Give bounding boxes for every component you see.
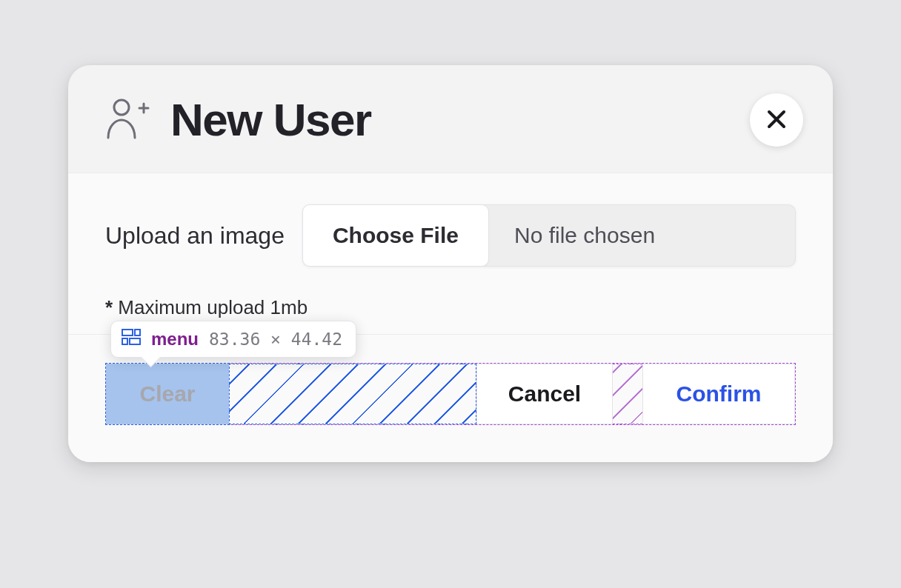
svg-rect-6 xyxy=(135,330,140,335)
dialog-title: New User xyxy=(170,93,371,146)
close-icon xyxy=(767,110,786,131)
tooltip-element-tag: menu xyxy=(151,329,199,350)
dialog-body: Upload an image Choose File No file chos… xyxy=(68,173,833,334)
upload-label: Upload an image xyxy=(105,222,285,250)
devtools-inspector-tooltip: menu 83.36 × 44.42 xyxy=(110,321,356,358)
hint-asterisk: * xyxy=(105,296,113,318)
file-input[interactable]: Choose File No file chosen xyxy=(302,204,796,267)
svg-rect-5 xyxy=(122,330,133,335)
user-plus-icon xyxy=(105,98,150,142)
dialog-header: New User xyxy=(68,65,833,173)
tooltip-dimensions: 83.36 × 44.42 xyxy=(209,330,342,349)
choose-file-button[interactable]: Choose File xyxy=(302,204,489,267)
confirm-button[interactable]: Confirm xyxy=(642,364,795,424)
new-user-dialog: New User Upload an image Choose File No … xyxy=(68,65,833,462)
cancel-button[interactable]: Cancel xyxy=(476,364,613,424)
clear-button[interactable]: Clear xyxy=(106,364,229,424)
footer-flex-container: menu 83.36 × 44.42 Clear Cancel Confirm xyxy=(105,363,796,425)
svg-point-0 xyxy=(114,100,129,115)
file-status-text: No file chosen xyxy=(489,204,796,267)
dialog-footer: menu 83.36 × 44.42 Clear Cancel Confirm xyxy=(68,334,833,462)
svg-rect-7 xyxy=(122,338,127,344)
upload-hint: * Maximum upload 1mb xyxy=(105,296,796,319)
flex-spacer xyxy=(229,364,476,424)
hint-text: Maximum upload 1mb xyxy=(113,296,307,318)
upload-row: Upload an image Choose File No file chos… xyxy=(105,204,796,267)
close-button[interactable] xyxy=(750,93,803,147)
flex-gap xyxy=(613,364,642,424)
svg-rect-8 xyxy=(130,338,140,344)
flexbox-icon xyxy=(122,329,141,350)
